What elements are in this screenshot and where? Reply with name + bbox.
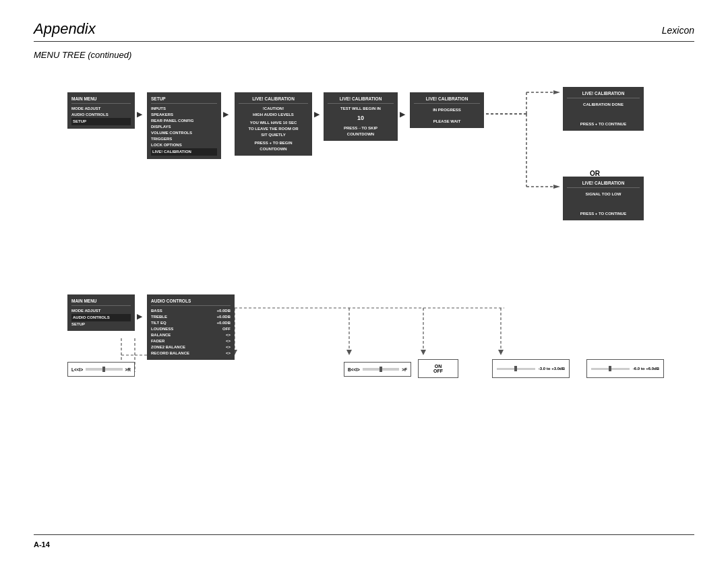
- svg-marker-10: [235, 350, 237, 355]
- range-box-2[interactable]: -6.0 to +6.0dB: [586, 359, 664, 378]
- arrow-3-4: ▶: [314, 107, 320, 119]
- audio-controls-box: AUDIO CONTROLS BASS +0.0dB TREBLE +0.0dB…: [147, 294, 235, 360]
- fader-thumb: [380, 367, 382, 372]
- live-calibration-progress-box: LIVE! CALIBRATION IN PROGRESS PLEASE WAI…: [410, 92, 484, 128]
- slider-f-label: >F: [402, 367, 407, 372]
- range-thumb-1: [514, 366, 517, 371]
- section-title: MENU TREE (continued): [34, 50, 694, 60]
- range-track-1: [497, 368, 535, 370]
- page-number: A-14: [34, 540, 50, 549]
- arrow-r2-1-2: ▶: [137, 309, 142, 321]
- arrow-2-3: ▶: [223, 107, 229, 119]
- balance-lr-slider[interactable]: L< <I> >R: [67, 362, 135, 377]
- range-label-2: -6.0 to +6.0dB: [633, 367, 659, 371]
- dashed-bracket: [67, 332, 155, 385]
- slider-track: [86, 368, 122, 371]
- off-label: OFF: [433, 369, 443, 373]
- range-track-2: [591, 368, 630, 370]
- svg-marker-14: [421, 350, 426, 355]
- fader-bf-slider[interactable]: B< <I> >F: [344, 362, 411, 377]
- brand-label: Lexicon: [662, 25, 694, 36]
- svg-marker-7: [553, 185, 560, 189]
- live-calibration-caution-box: LIVE! CALIBRATION !CAUTION! HIGH AUDIO L…: [235, 92, 312, 156]
- slider-bf-mid-label: <I>: [354, 367, 360, 372]
- on-label: ON: [435, 364, 442, 369]
- live-calibration-done-box: LIVE! CALIBRATION CALIBRATION DONE PRESS…: [563, 87, 644, 131]
- slider-mid-label: <I>: [77, 367, 83, 372]
- onoff-box[interactable]: ON OFF: [418, 359, 458, 378]
- range-thumb-2: [609, 366, 611, 371]
- slider-thumb: [102, 367, 105, 372]
- page-title: Appendix: [34, 20, 96, 38]
- arrow-4-5: ▶: [400, 107, 405, 119]
- svg-marker-16: [498, 350, 504, 355]
- page-container: Appendix Lexicon MENU TREE (continued) M…: [0, 0, 728, 562]
- menu-tree-row1: MAIN MENU MODE ADJUST AUDIO CONTROLS SET…: [34, 72, 694, 288]
- fader-track: [363, 368, 399, 371]
- svg-marker-12: [346, 350, 352, 355]
- main-menu-box-1: MAIN MENU MODE ADJUST AUDIO CONTROLS SET…: [67, 92, 135, 129]
- range-label-1: -3.0 to +3.0dB: [539, 367, 565, 371]
- header: Appendix Lexicon: [34, 20, 694, 42]
- arrow-1-2: ▶: [137, 107, 142, 119]
- slider-left-label: L<: [71, 367, 77, 372]
- dashed-arrow-5-6b: [486, 86, 567, 220]
- main-menu-box-2: MAIN MENU MODE ADJUST AUDIO CONTROLS SET…: [67, 294, 135, 331]
- setup-box: SETUP INPUTS SPEAKERS REAR PANEL CONFIG …: [147, 92, 221, 159]
- slider-right-label: >R: [125, 367, 131, 372]
- menu-tree-row2: MAIN MENU MODE ADJUST AUDIO CONTROLS SET…: [34, 294, 694, 402]
- slider-b-label: B<: [348, 367, 354, 372]
- live-calibration-signal-box: LIVE! CALIBRATION SIGNAL TOO LOW PRESS +…: [563, 177, 644, 220]
- footer: A-14: [34, 534, 694, 549]
- range-box-1[interactable]: -3.0 to +3.0dB: [492, 359, 570, 378]
- live-calibration-test-box: LIVE! CALIBRATION TEST WILL BEGIN IN 10 …: [324, 92, 398, 141]
